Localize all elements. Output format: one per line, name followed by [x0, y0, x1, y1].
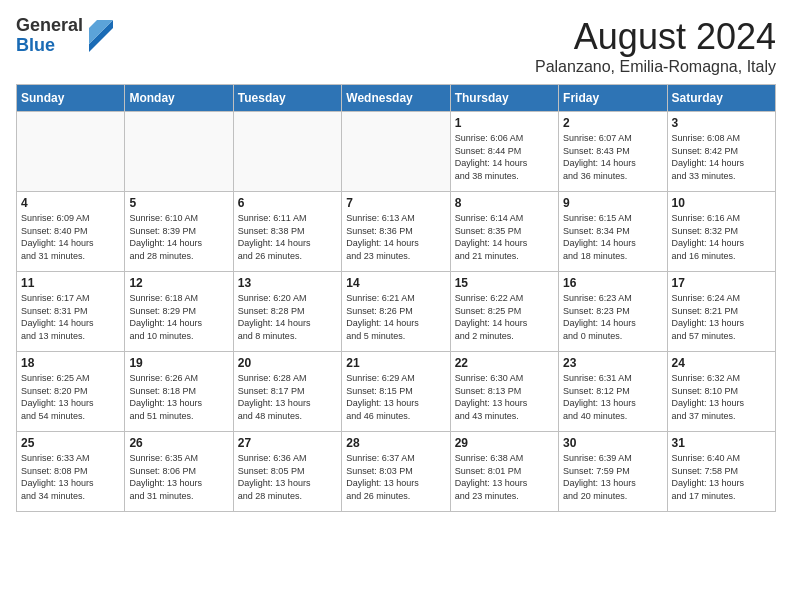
day-info: Sunrise: 6:32 AM Sunset: 8:10 PM Dayligh…	[672, 372, 771, 422]
day-number: 14	[346, 276, 445, 290]
weekday-header-saturday: Saturday	[667, 85, 775, 112]
day-number: 27	[238, 436, 337, 450]
calendar-cell: 1Sunrise: 6:06 AM Sunset: 8:44 PM Daylig…	[450, 112, 558, 192]
weekday-header-thursday: Thursday	[450, 85, 558, 112]
day-info: Sunrise: 6:26 AM Sunset: 8:18 PM Dayligh…	[129, 372, 228, 422]
day-number: 30	[563, 436, 662, 450]
day-number: 4	[21, 196, 120, 210]
day-number: 20	[238, 356, 337, 370]
day-info: Sunrise: 6:39 AM Sunset: 7:59 PM Dayligh…	[563, 452, 662, 502]
logo-text: General Blue	[16, 16, 83, 56]
calendar-cell	[125, 112, 233, 192]
week-row-3: 11Sunrise: 6:17 AM Sunset: 8:31 PM Dayli…	[17, 272, 776, 352]
calendar-cell: 30Sunrise: 6:39 AM Sunset: 7:59 PM Dayli…	[559, 432, 667, 512]
calendar-cell: 28Sunrise: 6:37 AM Sunset: 8:03 PM Dayli…	[342, 432, 450, 512]
calendar-cell: 31Sunrise: 6:40 AM Sunset: 7:58 PM Dayli…	[667, 432, 775, 512]
calendar-cell: 6Sunrise: 6:11 AM Sunset: 8:38 PM Daylig…	[233, 192, 341, 272]
calendar-cell: 14Sunrise: 6:21 AM Sunset: 8:26 PM Dayli…	[342, 272, 450, 352]
calendar-cell	[233, 112, 341, 192]
day-number: 23	[563, 356, 662, 370]
day-info: Sunrise: 6:25 AM Sunset: 8:20 PM Dayligh…	[21, 372, 120, 422]
calendar-cell: 16Sunrise: 6:23 AM Sunset: 8:23 PM Dayli…	[559, 272, 667, 352]
calendar-cell: 10Sunrise: 6:16 AM Sunset: 8:32 PM Dayli…	[667, 192, 775, 272]
day-number: 8	[455, 196, 554, 210]
day-number: 19	[129, 356, 228, 370]
calendar-table: SundayMondayTuesdayWednesdayThursdayFrid…	[16, 84, 776, 512]
month-title: August 2024	[535, 16, 776, 58]
calendar-cell: 8Sunrise: 6:14 AM Sunset: 8:35 PM Daylig…	[450, 192, 558, 272]
week-row-4: 18Sunrise: 6:25 AM Sunset: 8:20 PM Dayli…	[17, 352, 776, 432]
day-info: Sunrise: 6:16 AM Sunset: 8:32 PM Dayligh…	[672, 212, 771, 262]
weekday-header-friday: Friday	[559, 85, 667, 112]
day-number: 6	[238, 196, 337, 210]
calendar-cell: 27Sunrise: 6:36 AM Sunset: 8:05 PM Dayli…	[233, 432, 341, 512]
day-number: 16	[563, 276, 662, 290]
day-info: Sunrise: 6:40 AM Sunset: 7:58 PM Dayligh…	[672, 452, 771, 502]
title-block: August 2024 Palanzano, Emilia-Romagna, I…	[535, 16, 776, 76]
day-info: Sunrise: 6:24 AM Sunset: 8:21 PM Dayligh…	[672, 292, 771, 342]
calendar-cell: 25Sunrise: 6:33 AM Sunset: 8:08 PM Dayli…	[17, 432, 125, 512]
weekday-header-monday: Monday	[125, 85, 233, 112]
day-number: 12	[129, 276, 228, 290]
calendar-cell: 12Sunrise: 6:18 AM Sunset: 8:29 PM Dayli…	[125, 272, 233, 352]
day-info: Sunrise: 6:37 AM Sunset: 8:03 PM Dayligh…	[346, 452, 445, 502]
day-number: 15	[455, 276, 554, 290]
day-number: 18	[21, 356, 120, 370]
day-info: Sunrise: 6:18 AM Sunset: 8:29 PM Dayligh…	[129, 292, 228, 342]
day-number: 1	[455, 116, 554, 130]
day-number: 5	[129, 196, 228, 210]
weekday-header-sunday: Sunday	[17, 85, 125, 112]
day-number: 25	[21, 436, 120, 450]
day-number: 7	[346, 196, 445, 210]
week-row-2: 4Sunrise: 6:09 AM Sunset: 8:40 PM Daylig…	[17, 192, 776, 272]
weekday-header-wednesday: Wednesday	[342, 85, 450, 112]
calendar-cell: 17Sunrise: 6:24 AM Sunset: 8:21 PM Dayli…	[667, 272, 775, 352]
calendar-cell: 29Sunrise: 6:38 AM Sunset: 8:01 PM Dayli…	[450, 432, 558, 512]
day-info: Sunrise: 6:38 AM Sunset: 8:01 PM Dayligh…	[455, 452, 554, 502]
calendar-cell: 19Sunrise: 6:26 AM Sunset: 8:18 PM Dayli…	[125, 352, 233, 432]
page-header: General Blue August 2024 Palanzano, Emil…	[16, 16, 776, 76]
day-info: Sunrise: 6:21 AM Sunset: 8:26 PM Dayligh…	[346, 292, 445, 342]
week-row-1: 1Sunrise: 6:06 AM Sunset: 8:44 PM Daylig…	[17, 112, 776, 192]
calendar-cell: 22Sunrise: 6:30 AM Sunset: 8:13 PM Dayli…	[450, 352, 558, 432]
logo: General Blue	[16, 16, 109, 56]
calendar-cell: 18Sunrise: 6:25 AM Sunset: 8:20 PM Dayli…	[17, 352, 125, 432]
day-number: 26	[129, 436, 228, 450]
day-info: Sunrise: 6:06 AM Sunset: 8:44 PM Dayligh…	[455, 132, 554, 182]
day-number: 3	[672, 116, 771, 130]
day-info: Sunrise: 6:13 AM Sunset: 8:36 PM Dayligh…	[346, 212, 445, 262]
calendar-cell: 24Sunrise: 6:32 AM Sunset: 8:10 PM Dayli…	[667, 352, 775, 432]
day-number: 29	[455, 436, 554, 450]
day-number: 10	[672, 196, 771, 210]
logo-general: General	[16, 16, 83, 36]
day-number: 22	[455, 356, 554, 370]
calendar-cell	[17, 112, 125, 192]
calendar-cell: 13Sunrise: 6:20 AM Sunset: 8:28 PM Dayli…	[233, 272, 341, 352]
day-info: Sunrise: 6:22 AM Sunset: 8:25 PM Dayligh…	[455, 292, 554, 342]
calendar-cell: 2Sunrise: 6:07 AM Sunset: 8:43 PM Daylig…	[559, 112, 667, 192]
weekday-header-tuesday: Tuesday	[233, 85, 341, 112]
day-info: Sunrise: 6:15 AM Sunset: 8:34 PM Dayligh…	[563, 212, 662, 262]
day-number: 31	[672, 436, 771, 450]
day-info: Sunrise: 6:11 AM Sunset: 8:38 PM Dayligh…	[238, 212, 337, 262]
day-info: Sunrise: 6:36 AM Sunset: 8:05 PM Dayligh…	[238, 452, 337, 502]
calendar-cell: 7Sunrise: 6:13 AM Sunset: 8:36 PM Daylig…	[342, 192, 450, 272]
calendar-cell: 5Sunrise: 6:10 AM Sunset: 8:39 PM Daylig…	[125, 192, 233, 272]
day-info: Sunrise: 6:29 AM Sunset: 8:15 PM Dayligh…	[346, 372, 445, 422]
logo-blue: Blue	[16, 36, 83, 56]
day-info: Sunrise: 6:23 AM Sunset: 8:23 PM Dayligh…	[563, 292, 662, 342]
calendar-cell: 23Sunrise: 6:31 AM Sunset: 8:12 PM Dayli…	[559, 352, 667, 432]
day-info: Sunrise: 6:14 AM Sunset: 8:35 PM Dayligh…	[455, 212, 554, 262]
day-info: Sunrise: 6:28 AM Sunset: 8:17 PM Dayligh…	[238, 372, 337, 422]
day-number: 24	[672, 356, 771, 370]
day-info: Sunrise: 6:31 AM Sunset: 8:12 PM Dayligh…	[563, 372, 662, 422]
day-number: 2	[563, 116, 662, 130]
day-info: Sunrise: 6:07 AM Sunset: 8:43 PM Dayligh…	[563, 132, 662, 182]
logo-icon	[85, 20, 109, 52]
calendar-cell: 20Sunrise: 6:28 AM Sunset: 8:17 PM Dayli…	[233, 352, 341, 432]
calendar-cell: 15Sunrise: 6:22 AM Sunset: 8:25 PM Dayli…	[450, 272, 558, 352]
day-number: 9	[563, 196, 662, 210]
day-number: 21	[346, 356, 445, 370]
day-info: Sunrise: 6:10 AM Sunset: 8:39 PM Dayligh…	[129, 212, 228, 262]
day-number: 11	[21, 276, 120, 290]
